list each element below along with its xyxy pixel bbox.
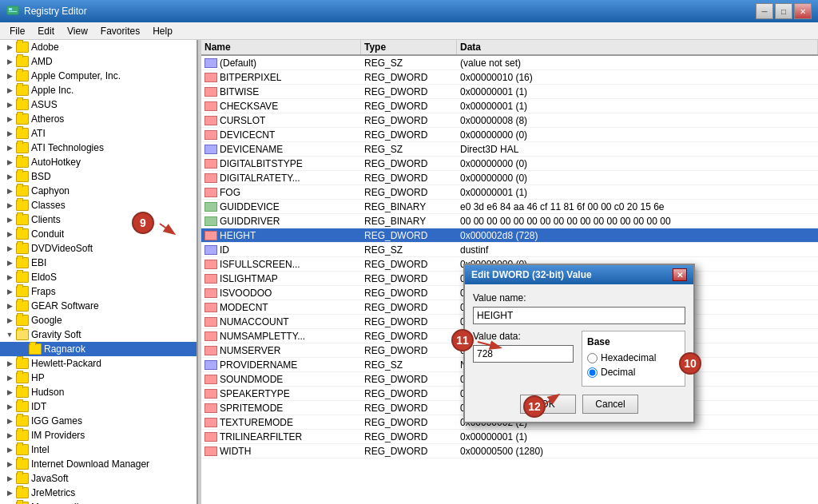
dialog-close-button[interactable]: ✕ — [673, 268, 687, 281]
title-bar: Registry Editor ─ □ ✕ — [0, 0, 818, 22]
menu-favorites[interactable]: Favorites — [94, 24, 146, 38]
edit-dword-dialog: Edit DWORD (32-bit) Value ✕ Value name: … — [463, 264, 695, 423]
annotation-11: 11 — [451, 329, 474, 351]
maximize-button[interactable]: □ — [775, 3, 792, 19]
base-label: Base — [587, 336, 680, 347]
decimal-radio[interactable] — [587, 367, 598, 378]
dialog-title: Edit DWORD (32-bit) Value — [471, 269, 592, 280]
value-data-input[interactable] — [473, 345, 574, 363]
content-area: ▶Adobe▶AMD▶Apple Computer, Inc.▶Apple In… — [0, 40, 818, 504]
hex-radio-row[interactable]: Hexadecimal — [587, 352, 680, 363]
menu-view[interactable]: View — [61, 24, 94, 38]
registry-icon — [6, 5, 19, 18]
menu-help[interactable]: Help — [146, 24, 179, 38]
hexadecimal-radio[interactable] — [587, 353, 598, 363]
dialog-overlay: Edit DWORD (32-bit) Value ✕ Value name: … — [0, 40, 818, 504]
value-data-label: Value data: — [473, 331, 574, 342]
menu-edit[interactable]: Edit — [31, 24, 61, 38]
value-name-label: Value name: — [473, 292, 685, 304]
annotation-9: 9 — [132, 212, 154, 234]
dec-label: Decimal — [601, 367, 635, 378]
dec-radio-row[interactable]: Decimal — [587, 367, 680, 378]
menu-bar: File Edit View Favorites Help — [0, 22, 818, 40]
dialog-left: Value data: — [473, 331, 574, 387]
svg-rect-2 — [9, 11, 17, 12]
svg-rect-1 — [9, 8, 12, 10]
menu-file[interactable]: File — [3, 24, 31, 38]
dialog-row: Value data: Base Hexadecimal Decim — [473, 331, 685, 387]
hex-label: Hexadecimal — [601, 352, 656, 363]
close-button[interactable]: ✕ — [794, 3, 812, 19]
value-name-input[interactable] — [473, 307, 685, 324]
cancel-button[interactable]: Cancel — [582, 395, 638, 414]
window-controls: ─ □ ✕ — [756, 3, 812, 19]
base-section: Base Hexadecimal Decimal — [582, 331, 685, 387]
annotation-12: 12 — [523, 395, 546, 418]
minimize-button[interactable]: ─ — [756, 3, 773, 19]
app-title: Registry Editor — [24, 6, 87, 17]
annotation-10: 10 — [679, 352, 701, 375]
dialog-body: Value name: Value data: Base Hexadecimal — [465, 284, 693, 422]
dialog-title-bar: Edit DWORD (32-bit) Value ✕ — [465, 265, 693, 284]
dialog-buttons: OK Cancel — [473, 395, 685, 414]
